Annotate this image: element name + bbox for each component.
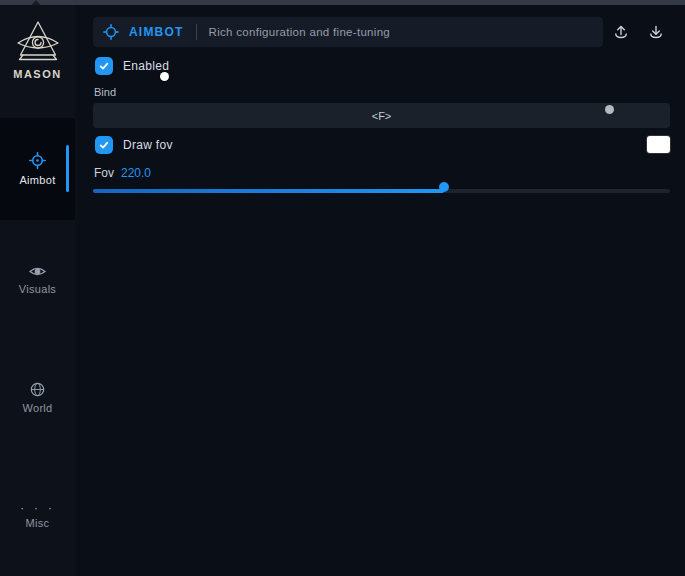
draw-fov-label: Draw fov	[123, 138, 173, 152]
section-title: AIMBOT	[129, 25, 184, 39]
sidebar-item-aimbot[interactable]: Aimbot	[0, 118, 75, 220]
ellipsis-icon: · · ·	[20, 504, 55, 512]
app-window: MASON Aimbot Visuals	[0, 0, 685, 576]
fov-value: 220.0	[121, 166, 151, 180]
mason-eye-pyramid-logo	[14, 19, 62, 65]
mouse-cursor-dot	[160, 72, 169, 81]
crosshair-icon	[29, 152, 46, 169]
sidebar-item-label: Misc	[26, 517, 50, 529]
sidebar-item-world[interactable]: World	[0, 371, 75, 425]
bind-indicator-dot	[605, 105, 614, 114]
fov-slider-fill	[93, 189, 444, 193]
fov-color-swatch[interactable]	[647, 136, 670, 153]
globe-icon	[30, 382, 45, 397]
sidebar-item-misc[interactable]: · · · Misc	[0, 489, 75, 543]
bind-label: Bind	[94, 86, 116, 98]
sidebar-item-label: World	[22, 402, 52, 414]
sidebar-item-label: Visuals	[19, 283, 56, 295]
download-icon	[647, 24, 665, 42]
enabled-row: Enabled	[95, 57, 169, 75]
sidebar-item-visuals[interactable]: Visuals	[0, 253, 75, 307]
sidebar: MASON Aimbot Visuals	[0, 5, 75, 576]
bind-key-value: <F>	[372, 110, 392, 122]
check-icon	[98, 60, 110, 72]
logo: MASON	[0, 19, 75, 80]
section-subtitle: Rich configuration and fine-tuning	[209, 26, 391, 38]
download-config-button[interactable]	[643, 20, 669, 46]
sidebar-item-label: Aimbot	[19, 174, 55, 186]
bind-key-input[interactable]: <F>	[93, 103, 670, 128]
fov-label: Fov	[94, 166, 114, 180]
section-header: AIMBOT Rich configuration and fine-tunin…	[93, 17, 603, 47]
draw-fov-checkbox[interactable]	[95, 136, 113, 154]
fov-slider-handle[interactable]	[439, 182, 449, 192]
check-icon	[98, 139, 110, 151]
logo-text: MASON	[13, 68, 61, 80]
enabled-checkbox[interactable]	[95, 57, 113, 75]
eye-icon	[29, 265, 46, 278]
upload-icon	[612, 24, 630, 42]
upload-config-button[interactable]	[608, 20, 634, 46]
window-top-strip	[0, 0, 685, 5]
fov-label-row: Fov 220.0	[94, 166, 151, 180]
enabled-label: Enabled	[123, 59, 169, 73]
draw-fov-row: Draw fov	[95, 136, 173, 154]
fov-slider[interactable]	[93, 182, 670, 199]
header-divider	[196, 24, 197, 40]
active-tab-indicator	[66, 145, 69, 192]
crosshair-icon	[103, 24, 119, 40]
